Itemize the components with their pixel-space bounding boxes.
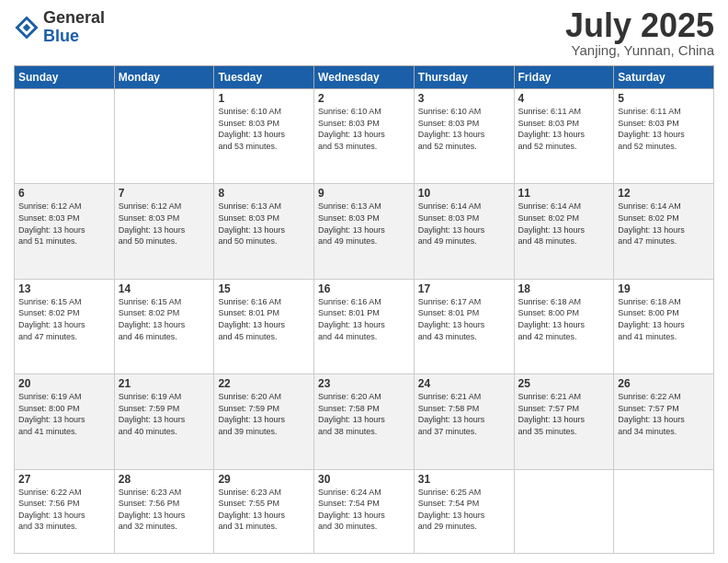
day-number: 21 (119, 377, 210, 390)
day-number: 4 (518, 92, 610, 105)
header: General Blue July 2025 Yanjing, Yunnan, … (14, 9, 714, 58)
day-number: 17 (418, 282, 510, 295)
day-number: 3 (418, 92, 510, 105)
day-number: 6 (18, 187, 110, 200)
calendar-day-cell: 25Sunrise: 6:21 AM Sunset: 7:57 PM Dayli… (514, 374, 614, 469)
day-info: Sunrise: 6:18 AM Sunset: 8:00 PM Dayligh… (618, 296, 710, 342)
day-info: Sunrise: 6:12 AM Sunset: 8:03 PM Dayligh… (119, 201, 210, 247)
calendar-day-cell: 21Sunrise: 6:19 AM Sunset: 7:59 PM Dayli… (114, 374, 214, 469)
calendar-day-cell: 2Sunrise: 6:10 AM Sunset: 8:03 PM Daylig… (314, 89, 415, 184)
day-info: Sunrise: 6:23 AM Sunset: 7:55 PM Dayligh… (218, 487, 310, 533)
calendar-table: SundayMondayTuesdayWednesdayThursdayFrid… (14, 65, 714, 554)
day-number: 29 (218, 473, 310, 486)
calendar-day-cell: 27Sunrise: 6:22 AM Sunset: 7:56 PM Dayli… (15, 469, 115, 553)
calendar-day-cell: 28Sunrise: 6:23 AM Sunset: 7:56 PM Dayli… (114, 469, 214, 553)
day-number: 25 (518, 377, 610, 390)
day-number: 14 (119, 282, 210, 295)
day-info: Sunrise: 6:21 AM Sunset: 7:57 PM Dayligh… (518, 391, 610, 437)
weekday-header-friday: Friday (514, 66, 614, 89)
calendar-day-cell: 7Sunrise: 6:12 AM Sunset: 8:03 PM Daylig… (114, 184, 214, 279)
day-number: 30 (318, 473, 410, 486)
day-info: Sunrise: 6:16 AM Sunset: 8:01 PM Dayligh… (318, 296, 410, 342)
calendar-day-cell: 9Sunrise: 6:13 AM Sunset: 8:03 PM Daylig… (314, 184, 415, 279)
day-info: Sunrise: 6:16 AM Sunset: 8:01 PM Dayligh… (218, 296, 310, 342)
day-number: 28 (119, 473, 210, 486)
calendar-day-cell (514, 469, 614, 553)
weekday-header-monday: Monday (114, 66, 214, 89)
calendar-day-cell: 22Sunrise: 6:20 AM Sunset: 7:59 PM Dayli… (214, 374, 314, 469)
day-info: Sunrise: 6:13 AM Sunset: 8:03 PM Dayligh… (318, 201, 410, 247)
day-number: 13 (18, 282, 110, 295)
calendar-day-cell: 17Sunrise: 6:17 AM Sunset: 8:01 PM Dayli… (414, 279, 514, 373)
calendar-day-cell: 8Sunrise: 6:13 AM Sunset: 8:03 PM Daylig… (214, 184, 314, 279)
calendar-day-cell: 4Sunrise: 6:11 AM Sunset: 8:03 PM Daylig… (514, 89, 614, 184)
calendar-day-cell: 18Sunrise: 6:18 AM Sunset: 8:00 PM Dayli… (514, 279, 614, 373)
month-title: July 2025 (565, 9, 714, 42)
day-number: 9 (318, 187, 410, 200)
weekday-header-row: SundayMondayTuesdayWednesdayThursdayFrid… (15, 66, 714, 89)
day-number: 12 (618, 187, 710, 200)
day-info: Sunrise: 6:11 AM Sunset: 8:03 PM Dayligh… (518, 106, 610, 152)
day-number: 2 (318, 92, 410, 105)
day-number: 8 (218, 187, 310, 200)
calendar-day-cell (114, 89, 214, 184)
day-info: Sunrise: 6:19 AM Sunset: 7:59 PM Dayligh… (119, 391, 210, 437)
calendar-day-cell: 12Sunrise: 6:14 AM Sunset: 8:02 PM Dayli… (614, 184, 714, 279)
day-info: Sunrise: 6:12 AM Sunset: 8:03 PM Dayligh… (18, 201, 110, 247)
day-info: Sunrise: 6:21 AM Sunset: 7:58 PM Dayligh… (418, 391, 510, 437)
day-info: Sunrise: 6:10 AM Sunset: 8:03 PM Dayligh… (218, 106, 310, 152)
logo-icon (14, 15, 40, 40)
day-info: Sunrise: 6:14 AM Sunset: 8:02 PM Dayligh… (618, 201, 710, 247)
day-info: Sunrise: 6:18 AM Sunset: 8:00 PM Dayligh… (518, 296, 610, 342)
calendar-day-cell (15, 89, 115, 184)
calendar-day-cell: 23Sunrise: 6:20 AM Sunset: 7:58 PM Dayli… (314, 374, 415, 469)
calendar-day-cell: 26Sunrise: 6:22 AM Sunset: 7:57 PM Dayli… (614, 374, 714, 469)
day-number: 19 (618, 282, 710, 295)
day-number: 15 (218, 282, 310, 295)
day-number: 5 (618, 92, 710, 105)
calendar-day-cell: 19Sunrise: 6:18 AM Sunset: 8:00 PM Dayli… (614, 279, 714, 373)
weekday-header-sunday: Sunday (15, 66, 115, 89)
calendar-week-row: 27Sunrise: 6:22 AM Sunset: 7:56 PM Dayli… (15, 469, 714, 553)
logo-general: General (43, 9, 105, 28)
calendar-week-row: 13Sunrise: 6:15 AM Sunset: 8:02 PM Dayli… (15, 279, 714, 373)
day-info: Sunrise: 6:22 AM Sunset: 7:57 PM Dayligh… (618, 391, 710, 437)
day-info: Sunrise: 6:14 AM Sunset: 8:02 PM Dayligh… (518, 201, 610, 247)
day-info: Sunrise: 6:15 AM Sunset: 8:02 PM Dayligh… (18, 296, 110, 342)
day-info: Sunrise: 6:17 AM Sunset: 8:01 PM Dayligh… (418, 296, 510, 342)
calendar-day-cell: 13Sunrise: 6:15 AM Sunset: 8:02 PM Dayli… (15, 279, 115, 373)
calendar-week-row: 6Sunrise: 6:12 AM Sunset: 8:03 PM Daylig… (15, 184, 714, 279)
day-number: 10 (418, 187, 510, 200)
day-info: Sunrise: 6:25 AM Sunset: 7:54 PM Dayligh… (418, 487, 510, 533)
calendar-day-cell: 30Sunrise: 6:24 AM Sunset: 7:54 PM Dayli… (314, 469, 415, 553)
page: General Blue July 2025 Yanjing, Yunnan, … (0, 0, 728, 563)
day-number: 16 (318, 282, 410, 295)
day-info: Sunrise: 6:23 AM Sunset: 7:56 PM Dayligh… (119, 487, 210, 533)
calendar-day-cell: 1Sunrise: 6:10 AM Sunset: 8:03 PM Daylig… (214, 89, 314, 184)
day-info: Sunrise: 6:10 AM Sunset: 8:03 PM Dayligh… (418, 106, 510, 152)
calendar-week-row: 1Sunrise: 6:10 AM Sunset: 8:03 PM Daylig… (15, 89, 714, 184)
day-number: 31 (418, 473, 510, 486)
day-info: Sunrise: 6:20 AM Sunset: 7:58 PM Dayligh… (318, 391, 410, 437)
day-info: Sunrise: 6:13 AM Sunset: 8:03 PM Dayligh… (218, 201, 310, 247)
weekday-header-tuesday: Tuesday (214, 66, 314, 89)
logo-blue: Blue (43, 28, 105, 46)
calendar-day-cell: 15Sunrise: 6:16 AM Sunset: 8:01 PM Dayli… (214, 279, 314, 373)
day-number: 24 (418, 377, 510, 390)
day-number: 23 (318, 377, 410, 390)
day-info: Sunrise: 6:22 AM Sunset: 7:56 PM Dayligh… (18, 487, 110, 533)
calendar-day-cell: 20Sunrise: 6:19 AM Sunset: 8:00 PM Dayli… (15, 374, 115, 469)
day-info: Sunrise: 6:11 AM Sunset: 8:03 PM Dayligh… (618, 106, 710, 152)
calendar-day-cell: 6Sunrise: 6:12 AM Sunset: 8:03 PM Daylig… (15, 184, 115, 279)
day-number: 1 (218, 92, 310, 105)
day-number: 22 (218, 377, 310, 390)
calendar-day-cell: 14Sunrise: 6:15 AM Sunset: 8:02 PM Dayli… (114, 279, 214, 373)
day-number: 26 (618, 377, 710, 390)
calendar-day-cell: 11Sunrise: 6:14 AM Sunset: 8:02 PM Dayli… (514, 184, 614, 279)
logo-text: General Blue (43, 9, 105, 46)
day-info: Sunrise: 6:10 AM Sunset: 8:03 PM Dayligh… (318, 106, 410, 152)
calendar-day-cell: 3Sunrise: 6:10 AM Sunset: 8:03 PM Daylig… (414, 89, 514, 184)
calendar-day-cell: 24Sunrise: 6:21 AM Sunset: 7:58 PM Dayli… (414, 374, 514, 469)
calendar-day-cell: 10Sunrise: 6:14 AM Sunset: 8:03 PM Dayli… (414, 184, 514, 279)
calendar-day-cell: 16Sunrise: 6:16 AM Sunset: 8:01 PM Dayli… (314, 279, 415, 373)
